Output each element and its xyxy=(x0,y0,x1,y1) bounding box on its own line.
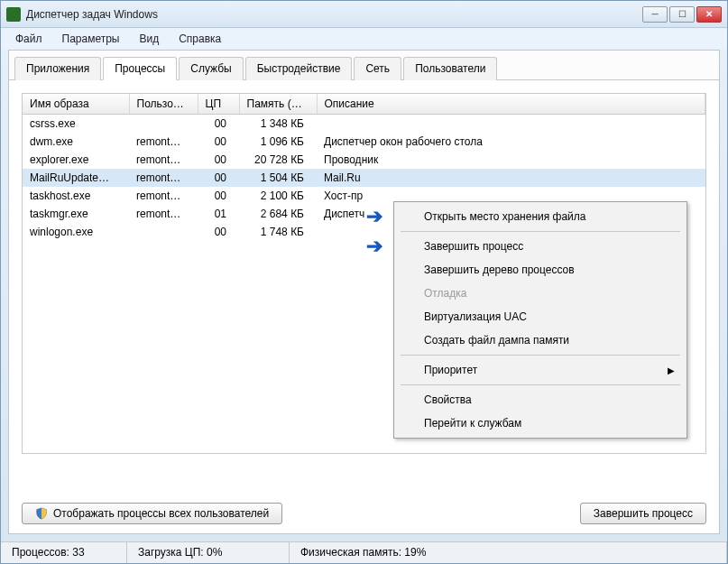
task-manager-window: Диспетчер задач Windows ─ ☐ ✕ Файл Парам… xyxy=(0,0,728,564)
cell-cpu: 00 xyxy=(198,151,239,169)
show-all-users-button[interactable]: Отображать процессы всех пользователей xyxy=(22,503,282,524)
titlebar[interactable]: Диспетчер задач Windows ─ ☐ ✕ xyxy=(1,1,727,28)
table-row[interactable]: dwm.exeremont…001 096 КБДиспетчер окон р… xyxy=(23,133,705,151)
end-process-button[interactable]: Завершить процесс xyxy=(580,503,706,524)
cm-goto-services[interactable]: Перейти к службам xyxy=(397,411,684,435)
cm-priority[interactable]: Приоритет ▶ xyxy=(397,358,684,382)
cell-user: remont… xyxy=(129,133,198,151)
cm-properties[interactable]: Свойства xyxy=(397,388,684,411)
minimize-button[interactable]: ─ xyxy=(642,6,668,23)
cell-cpu: 00 xyxy=(198,169,239,187)
cm-uac-label: Виртуализация UAC xyxy=(424,310,527,323)
window-title: Диспетчер задач Windows xyxy=(26,8,642,21)
menu-options[interactable]: Параметры xyxy=(53,30,129,48)
cell-memory: 20 728 КБ xyxy=(239,151,317,169)
cm-priority-label: Приоритет xyxy=(424,364,477,376)
app-icon xyxy=(6,7,21,22)
cm-goto-services-label: Перейти к службам xyxy=(424,417,521,430)
tab-processes[interactable]: Процессы xyxy=(103,57,177,80)
cell-user: remont… xyxy=(129,187,198,205)
tab-network[interactable]: Сеть xyxy=(354,57,401,80)
cm-end-tree-label: Завершить дерево процессов xyxy=(424,264,575,276)
cell-image: MailRuUpdate… xyxy=(23,169,129,187)
end-process-label: Завершить процесс xyxy=(594,507,693,520)
col-description[interactable]: Описание xyxy=(317,94,705,115)
table-row[interactable]: csrss.exe001 348 КБ xyxy=(23,115,705,134)
cell-image: taskhost.exe xyxy=(23,187,129,205)
cell-cpu: 00 xyxy=(198,187,239,205)
cell-user xyxy=(129,115,198,134)
show-all-users-label: Отображать процессы всех пользователей xyxy=(53,507,269,520)
cm-end-tree[interactable]: Завершить дерево процессов xyxy=(397,258,684,282)
col-cpu[interactable]: ЦП xyxy=(198,94,239,115)
cell-description: Mail.Ru xyxy=(317,169,705,187)
menubar: Файл Параметры Вид Справка xyxy=(1,28,727,50)
window-controls: ─ ☐ ✕ xyxy=(642,6,722,23)
status-memory: Физическая память: 19% xyxy=(290,542,727,563)
cell-user xyxy=(129,223,198,241)
cell-cpu: 00 xyxy=(198,133,239,151)
cell-description: Диспетчер окон рабочего стола xyxy=(317,133,705,151)
cell-description xyxy=(317,115,705,134)
menu-help[interactable]: Справка xyxy=(170,30,230,48)
cell-user: remont… xyxy=(129,205,198,223)
cm-properties-label: Свойства xyxy=(424,393,472,406)
cm-open-location-label: Открыть место хранения файла xyxy=(424,210,586,223)
cell-user: remont… xyxy=(129,151,198,169)
tab-users[interactable]: Пользователи xyxy=(403,57,497,80)
col-user[interactable]: Пользо… xyxy=(129,94,198,115)
col-image[interactable]: Имя образа xyxy=(23,94,129,115)
cell-image: explorer.exe xyxy=(23,151,129,169)
cell-cpu: 01 xyxy=(198,205,239,223)
cell-image: winlogon.exe xyxy=(23,223,129,241)
cell-memory: 1 096 КБ xyxy=(239,133,317,151)
cm-debug-label: Отладка xyxy=(424,287,466,300)
cell-user: remont… xyxy=(129,169,198,187)
tab-applications[interactable]: Приложения xyxy=(14,57,101,80)
cm-uac[interactable]: Виртуализация UAC xyxy=(397,305,684,328)
status-processes: Процессов: 33 xyxy=(1,542,127,563)
status-cpu: Загрузка ЦП: 0% xyxy=(127,542,290,563)
tabstrip: Приложения Процессы Службы Быстродействи… xyxy=(9,51,719,80)
statusbar: Процессов: 33 Загрузка ЦП: 0% Физическая… xyxy=(1,541,727,563)
button-row: Отображать процессы всех пользователей З… xyxy=(22,503,706,524)
cm-debug: Отладка xyxy=(397,282,684,305)
tab-performance[interactable]: Быстродействие xyxy=(245,57,353,80)
cm-dump[interactable]: Создать файл дампа памяти xyxy=(397,328,684,352)
shield-icon xyxy=(35,507,48,520)
context-menu: ➔ Открыть место хранения файла ➔ Заверши… xyxy=(393,201,687,439)
table-row[interactable]: MailRuUpdate…remont…001 504 КБMail.Ru xyxy=(23,169,705,187)
submenu-arrow-icon: ▶ xyxy=(668,365,675,375)
cm-open-location[interactable]: ➔ Открыть место хранения файла xyxy=(397,205,684,228)
cell-memory: 1 748 КБ xyxy=(239,223,317,241)
cell-cpu: 00 xyxy=(198,115,239,134)
cm-separator xyxy=(401,384,680,385)
tab-services[interactable]: Службы xyxy=(179,57,243,80)
cell-description: Проводник xyxy=(317,151,705,169)
cm-dump-label: Создать файл дампа памяти xyxy=(424,334,569,347)
table-row[interactable]: explorer.exeremont…0020 728 КБПроводник xyxy=(23,151,705,169)
col-memory[interactable]: Память (… xyxy=(239,94,317,115)
cell-memory: 1 348 КБ xyxy=(239,115,317,134)
menu-view[interactable]: Вид xyxy=(130,30,168,48)
menu-file[interactable]: Файл xyxy=(6,30,51,48)
cell-image: taskmgr.exe xyxy=(23,205,129,223)
cm-end-process[interactable]: ➔ Завершить процесс xyxy=(397,235,684,258)
cell-image: dwm.exe xyxy=(23,133,129,151)
cm-separator xyxy=(401,355,680,356)
cell-memory: 2 100 КБ xyxy=(239,187,317,205)
cm-separator xyxy=(401,231,680,232)
close-button[interactable]: ✕ xyxy=(696,6,722,23)
cell-image: csrss.exe xyxy=(23,115,129,134)
cell-memory: 2 684 КБ xyxy=(239,205,317,223)
cm-end-process-label: Завершить процесс xyxy=(424,240,523,253)
cell-cpu: 00 xyxy=(198,223,239,241)
maximize-button[interactable]: ☐ xyxy=(669,6,695,23)
cell-memory: 1 504 КБ xyxy=(239,169,317,187)
